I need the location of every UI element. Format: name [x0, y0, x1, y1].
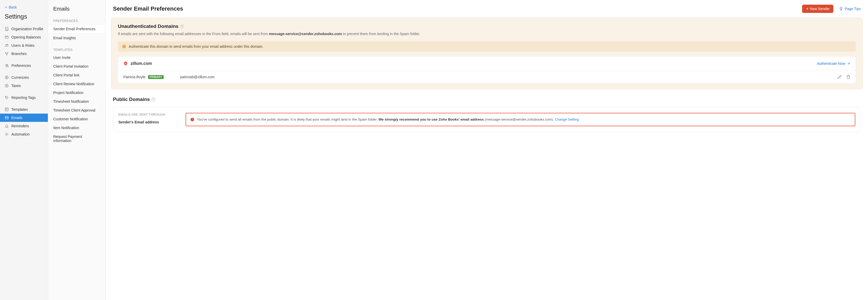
mail-icon [5, 116, 9, 120]
page-tips-label: Page Tips [845, 7, 861, 11]
nav-label: Reporting Tags [11, 96, 36, 100]
help-icon[interactable]: ? [152, 98, 155, 101]
emails-submenu: Emails PREFERENCES Sender Email Preferen… [48, 0, 106, 300]
arrow-left-icon [5, 6, 8, 9]
delete-sender-button[interactable] [846, 75, 850, 79]
tag-icon [5, 96, 9, 100]
warning-icon [122, 44, 126, 48]
authenticate-banner: Authenticate this domain to send emails … [118, 41, 856, 52]
svg-point-3 [7, 44, 8, 45]
submenu-item-timesheet-client-approval[interactable]: Timesheet Client Approval [48, 106, 105, 114]
building-icon [5, 27, 9, 31]
layout-icon [5, 107, 9, 111]
nav-label: Branches [11, 52, 27, 56]
unauth-heading-text: Unauthenticated Domains [118, 24, 178, 29]
alert-pre: You've configured to send all emails fro… [197, 118, 378, 121]
nav-item-currencies[interactable]: Currencies [0, 73, 48, 81]
nav-item-users-roles[interactable]: Users & Roles [0, 41, 48, 49]
submenu-item-user-invite[interactable]: User Invite [48, 53, 105, 62]
nav-label: Automation [11, 132, 30, 136]
sender-name: Patricia Boyle [123, 75, 146, 79]
nav-label: Taxes [11, 84, 21, 88]
submenu-item-client-review-notification[interactable]: Client Review Notification [48, 79, 105, 88]
users-icon [5, 43, 9, 47]
section-preferences-label: PREFERENCES [48, 17, 105, 24]
alert-icon [190, 118, 194, 122]
svg-point-14 [6, 97, 6, 97]
shield-alert-icon [123, 61, 128, 66]
nav-item-templates[interactable]: Templates [0, 105, 48, 113]
nav-item-organization-profile[interactable]: Organization Profile [0, 25, 48, 33]
trash-icon [846, 75, 850, 79]
submenu-item-client-portal-invitation[interactable]: Client Portal Invitation [48, 62, 105, 71]
submenu-item-email-insights[interactable]: Email Insights [48, 34, 105, 42]
domain-header: zillum.com Authenticate Now [118, 57, 856, 71]
arrow-right-icon [847, 62, 850, 65]
alert-paren: (message-service@sender.zohobooks.com). [484, 118, 555, 121]
svg-point-2 [6, 44, 7, 45]
nav-label: Templates [11, 107, 28, 111]
desc-email: message-service@sender.zohobooks.com [269, 32, 342, 36]
public-heading: Public Domains ? [113, 97, 861, 102]
submenu-item-item-notification[interactable]: Item Notification [48, 124, 105, 132]
public-domain-alert: You've configured to send all emails fro… [186, 113, 855, 126]
branch-icon [5, 52, 9, 56]
svg-point-6 [6, 55, 7, 55]
nav-item-opening-balances[interactable]: Opening Balances [0, 33, 48, 41]
public-domains-section: Public Domains ? EMAILS ARE SENT THROUGH… [111, 97, 863, 132]
alert-strong: We strongly recommend you to use Zoho Bo… [378, 118, 484, 121]
page-tips-link[interactable]: Page Tips [839, 7, 861, 11]
nav-item-automation[interactable]: Automation [0, 130, 48, 138]
submenu-item-sender-email-preferences[interactable]: Sender Email Preferences [48, 24, 105, 34]
nav-label: Opening Balances [11, 35, 41, 39]
plus-icon [806, 7, 809, 10]
bell-icon [5, 124, 9, 128]
unauth-description: If emails are sent with the following em… [118, 31, 856, 37]
section-templates-label: TEMPLATES [48, 46, 105, 53]
svg-rect-1 [5, 36, 8, 38]
emails-title: Emails [48, 4, 105, 17]
change-setting-link[interactable]: Change Setting [555, 118, 579, 121]
primary-badge: PRIMARY [148, 75, 164, 79]
authenticate-now-link[interactable]: Authenticate Now [817, 61, 850, 66]
nav-item-preferences[interactable]: Preferences [0, 61, 48, 70]
nav-item-emails[interactable]: Emails [0, 113, 48, 122]
svg-rect-22 [192, 119, 192, 120]
pencil-icon [837, 75, 842, 79]
edit-sender-button[interactable] [837, 75, 842, 79]
help-icon[interactable]: ? [180, 25, 184, 28]
public-heading-text: Public Domains [113, 97, 150, 102]
domain-card: zillum.com Authenticate Now Patricia Boy… [118, 56, 856, 84]
svg-rect-23 [192, 120, 192, 121]
submenu-item-client-portal-link[interactable]: Client Portal link [48, 71, 105, 79]
new-sender-label: New Sender [810, 7, 830, 11]
desc-pre: If emails are sent with the following em… [118, 32, 269, 36]
sender-email: patriciab@zillum.com [180, 75, 832, 79]
main-content: Sender Email Preferences New Sender Page… [106, 0, 868, 300]
nav-label: Users & Roles [11, 43, 34, 47]
alert-text: You've configured to send all emails fro… [197, 117, 579, 122]
public-card: EMAILS ARE SENT THROUGH Sender's Email a… [113, 107, 861, 132]
wallet-icon [5, 35, 9, 39]
unauthenticated-domains-section: Unauthenticated Domains ? If emails are … [111, 18, 863, 89]
svg-rect-20 [124, 47, 124, 47]
sender-row: Patricia Boyle PRIMARY patriciab@zillum.… [118, 71, 856, 83]
svg-point-17 [6, 134, 7, 135]
gear-icon [5, 132, 9, 136]
svg-point-8 [6, 65, 7, 66]
svg-rect-19 [124, 45, 124, 47]
submenu-item-project-notification[interactable]: Project Notification [48, 88, 105, 97]
submenu-item-timesheet-notification[interactable]: Timesheet Notification [48, 97, 105, 106]
percent-icon [5, 84, 9, 88]
nav-item-taxes[interactable]: Taxes [0, 81, 48, 90]
nav-item-reminders[interactable]: Reminders [0, 122, 48, 130]
main-header: Sender Email Preferences New Sender Page… [106, 0, 868, 18]
submenu-item-customer-notification[interactable]: Customer Notification [48, 114, 105, 124]
submenu-item-request-payment-information[interactable]: Request Payment Information [48, 132, 105, 145]
new-sender-button[interactable]: New Sender [802, 5, 833, 13]
back-link[interactable]: Back [0, 4, 48, 12]
nav-item-branches[interactable]: Branches [0, 49, 48, 58]
dollar-icon [5, 75, 9, 79]
auth-now-label: Authenticate Now [817, 61, 845, 66]
nav-item-reporting-tags[interactable]: Reporting Tags [0, 94, 48, 102]
